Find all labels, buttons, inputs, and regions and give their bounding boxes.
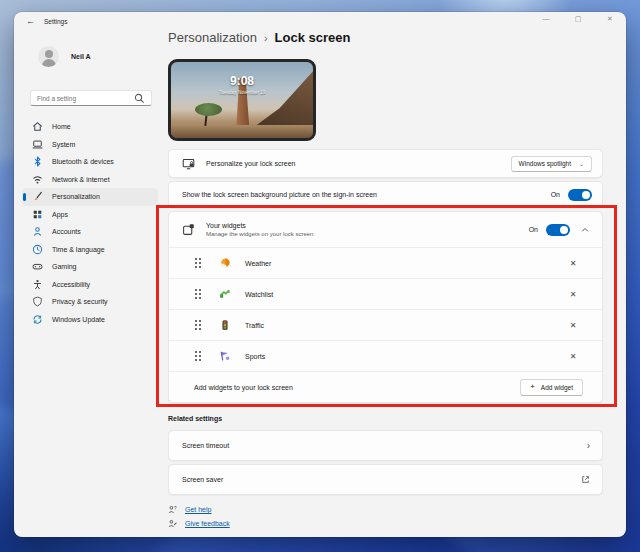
sidebar-item-accounts[interactable]: Accounts <box>22 223 158 241</box>
personalize-dropdown[interactable]: Windows spotlight ⌄ <box>511 156 592 172</box>
add-widget-button[interactable]: + Add widget <box>520 379 583 396</box>
sidebar-item-personalization[interactable]: Personalization <box>22 188 158 206</box>
sidebar-item-apps[interactable]: Apps <box>22 206 158 224</box>
preview-clock-time: 9:08 <box>171 74 313 88</box>
sidebar-item-label: Network & internet <box>52 176 110 183</box>
sidebar-item-label: Home <box>52 123 71 130</box>
remove-widget-icon[interactable]: ✕ <box>558 259 588 268</box>
drag-handle-icon[interactable] <box>194 350 202 362</box>
drag-handle-icon[interactable] <box>194 319 202 331</box>
preview-ground <box>171 125 313 138</box>
desktop-wallpaper: ← Settings — ▢ ✕ Neil A Find a setting <box>0 0 640 552</box>
sidebar-item-label: Bluetooth & devices <box>52 158 114 165</box>
get-help-label: Get help <box>185 506 211 513</box>
lock-screen-preview: 9:08 Tuesday, November 19 <box>168 59 316 141</box>
clock-icon <box>32 244 43 255</box>
remove-widget-icon[interactable]: ✕ <box>558 352 588 361</box>
search-placeholder: Find a setting <box>37 95 76 102</box>
feedback-person-icon <box>168 519 177 528</box>
sidebar-item-label: Privacy & security <box>52 298 108 305</box>
traffic-widget-icon <box>219 319 231 331</box>
sidebar-item-windows-update[interactable]: Windows Update <box>22 311 158 329</box>
chevron-up-icon[interactable] <box>580 225 590 235</box>
widgets-toggle[interactable] <box>546 224 570 236</box>
maximize-button[interactable]: ▢ <box>572 15 584 23</box>
drag-handle-icon[interactable] <box>194 288 202 300</box>
gamepad-icon <box>32 261 43 272</box>
settings-window: ← Settings — ▢ ✕ Neil A Find a setting <box>14 12 626 537</box>
monitor-lock-icon <box>182 157 195 170</box>
preview-clock-date: Tuesday, November 19 <box>171 90 313 95</box>
screen-timeout-card[interactable]: Screen timeout › <box>168 430 603 461</box>
search-icon <box>134 93 145 104</box>
external-link-icon <box>581 475 590 484</box>
widget-row-sports: Sports ✕ <box>169 340 602 371</box>
minimize-button[interactable]: — <box>540 15 552 23</box>
plus-icon: + <box>530 384 535 390</box>
signin-background-toggle[interactable] <box>568 189 592 201</box>
page-title: Lock screen <box>275 30 351 45</box>
widget-row-weather: Weather ✕ <box>169 247 602 278</box>
drag-handle-icon[interactable] <box>194 257 202 269</box>
shield-icon <box>32 296 43 307</box>
remove-widget-icon[interactable]: ✕ <box>558 321 588 330</box>
watchlist-widget-icon <box>219 288 231 300</box>
bluetooth-icon <box>32 156 43 167</box>
close-button[interactable]: ✕ <box>604 15 616 23</box>
sidebar-item-gaming[interactable]: Gaming <box>22 258 158 276</box>
sidebar-item-label: Time & language <box>52 246 105 253</box>
screen-saver-card[interactable]: Screen saver <box>168 464 603 495</box>
toggle-state-label: On <box>551 191 560 198</box>
sidebar: Neil A Find a setting Home System Blueto… <box>14 34 166 537</box>
sidebar-item-label: Windows Update <box>52 316 105 323</box>
widget-name: Sports <box>245 353 558 360</box>
related-settings-header: Related settings <box>168 415 603 427</box>
home-icon <box>32 121 43 132</box>
sidebar-item-bluetooth-devices[interactable]: Bluetooth & devices <box>22 153 158 171</box>
get-help-link[interactable]: ? Get help <box>168 505 603 514</box>
personalization-brush-icon <box>32 191 43 202</box>
user-profile[interactable]: Neil A <box>38 46 91 67</box>
your-widgets-subtitle: Manage the widgets on your lock screen <box>206 231 529 237</box>
sidebar-item-label: System <box>52 141 75 148</box>
personalize-lock-screen-card: Personalize your lock screen Windows spo… <box>168 149 603 178</box>
sidebar-item-label: Accounts <box>52 228 81 235</box>
apps-icon <box>32 209 43 220</box>
remove-widget-icon[interactable]: ✕ <box>558 290 588 299</box>
chevron-down-icon: ⌄ <box>579 160 584 167</box>
breadcrumb-parent[interactable]: Personalization <box>168 30 257 45</box>
sidebar-item-privacy-security[interactable]: Privacy & security <box>22 293 158 311</box>
sidebar-item-home[interactable]: Home <box>22 118 158 136</box>
your-widgets-header[interactable]: Your widgets Manage the widgets on your … <box>169 212 602 247</box>
main-content: Personalization › Lock screen 9:08 Tuesd… <box>168 30 603 528</box>
help-person-icon: ? <box>168 505 177 514</box>
add-widgets-label: Add widgets to your lock screen <box>194 384 520 391</box>
sidebar-item-accessibility[interactable]: Accessibility <box>22 276 158 294</box>
search-input[interactable]: Find a setting <box>30 90 152 106</box>
give-feedback-link[interactable]: Give feedback <box>168 519 603 528</box>
window-title: Settings <box>44 18 68 25</box>
chevron-right-icon: › <box>587 440 590 451</box>
toggle-state-label: On <box>529 226 538 233</box>
add-widget-button-label: Add widget <box>541 384 573 391</box>
signin-background-card: Show the lock screen background picture … <box>168 181 603 208</box>
widget-name: Weather <box>245 260 558 267</box>
accessibility-person-icon <box>32 279 43 290</box>
breadcrumb: Personalization › Lock screen <box>168 30 603 48</box>
setting-label: Screen timeout <box>182 442 587 449</box>
setting-label: Screen saver <box>182 476 581 483</box>
give-feedback-label: Give feedback <box>185 520 230 527</box>
sidebar-item-label: Personalization <box>52 193 100 200</box>
widget-name: Traffic <box>245 322 558 329</box>
sidebar-item-label: Apps <box>52 211 68 218</box>
widget-row-watchlist: Watchlist ✕ <box>169 278 602 309</box>
sidebar-item-time-language[interactable]: Time & language <box>22 241 158 259</box>
system-icon <box>32 139 43 150</box>
back-button[interactable]: ← <box>26 16 35 26</box>
wifi-icon <box>32 174 43 185</box>
sidebar-item-network-internet[interactable]: Network & internet <box>22 171 158 189</box>
avatar <box>38 46 59 67</box>
sports-widget-icon <box>219 350 231 362</box>
widget-name: Watchlist <box>245 291 558 298</box>
sidebar-item-system[interactable]: System <box>22 136 158 154</box>
